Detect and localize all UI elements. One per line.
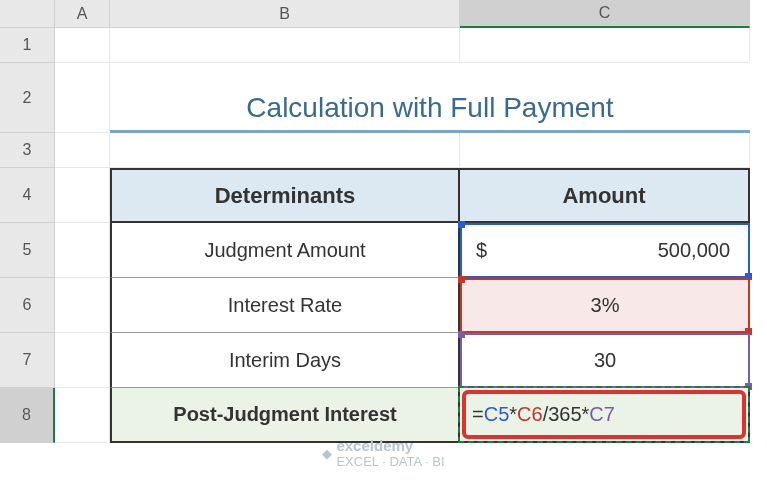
formula-ref-c5: C5 bbox=[484, 403, 510, 426]
row-header-4[interactable]: 4 bbox=[0, 168, 55, 223]
formula-op2: /365* bbox=[543, 403, 590, 426]
watermark-tag: EXCEL · DATA · BI bbox=[336, 454, 444, 469]
row-header-2[interactable]: 2 bbox=[0, 63, 55, 133]
header-amount[interactable]: Amount bbox=[460, 168, 750, 223]
cell-a1[interactable] bbox=[55, 28, 110, 63]
cell-a8[interactable] bbox=[55, 388, 110, 443]
row-header-7[interactable]: 7 bbox=[0, 333, 55, 388]
cell-a3[interactable] bbox=[55, 133, 110, 168]
col-header-a[interactable]: A bbox=[55, 0, 110, 28]
row-header-1[interactable]: 1 bbox=[0, 28, 55, 63]
cell-c8-formula[interactable]: =C5*C6/365*C7 bbox=[460, 388, 750, 443]
col-header-c[interactable]: C bbox=[460, 0, 750, 28]
cell-a4[interactable] bbox=[55, 168, 110, 223]
cell-c3[interactable] bbox=[460, 133, 750, 168]
cell-c5[interactable]: $ 500,000 bbox=[460, 223, 750, 278]
select-all-corner[interactable] bbox=[0, 0, 55, 28]
cell-a6[interactable] bbox=[55, 278, 110, 333]
col-header-b[interactable]: B bbox=[110, 0, 460, 28]
currency-symbol: $ bbox=[476, 239, 487, 262]
cell-a2[interactable] bbox=[55, 63, 110, 133]
cell-a7[interactable] bbox=[55, 333, 110, 388]
row-header-5[interactable]: 5 bbox=[0, 223, 55, 278]
label-judgment[interactable]: Judgment Amount bbox=[110, 223, 460, 278]
row-header-6[interactable]: 6 bbox=[0, 278, 55, 333]
formula-op1: * bbox=[509, 403, 517, 426]
judgment-value: 500,000 bbox=[658, 239, 730, 262]
row-header-8[interactable]: 8 bbox=[0, 388, 55, 443]
row-header-3[interactable]: 3 bbox=[0, 133, 55, 168]
formula-ref-c6: C6 bbox=[517, 403, 543, 426]
cell-c6[interactable]: 3% bbox=[460, 278, 750, 333]
cell-a5[interactable] bbox=[55, 223, 110, 278]
cell-b1[interactable] bbox=[110, 28, 460, 63]
formula-eq: = bbox=[472, 403, 484, 426]
watermark-icon: ◆ bbox=[322, 446, 332, 461]
title-cell[interactable]: Calculation with Full Payment bbox=[110, 63, 750, 133]
cell-c7[interactable]: 30 bbox=[460, 333, 750, 388]
spreadsheet-grid: A B C 1 2 Calculation with Full Payment … bbox=[0, 0, 767, 443]
header-determinants[interactable]: Determinants bbox=[110, 168, 460, 223]
cell-b3[interactable] bbox=[110, 133, 460, 168]
formula-ref-c7: C7 bbox=[589, 403, 615, 426]
label-days[interactable]: Interim Days bbox=[110, 333, 460, 388]
label-pji[interactable]: Post-Judgment Interest bbox=[110, 388, 460, 443]
cell-c1[interactable] bbox=[460, 28, 750, 63]
label-rate[interactable]: Interest Rate bbox=[110, 278, 460, 333]
